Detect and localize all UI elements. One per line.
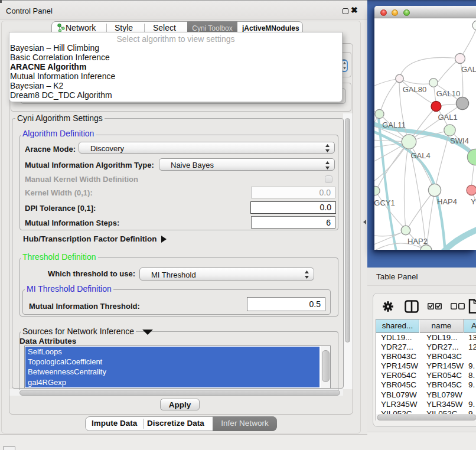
- svg-text:HAP4: HAP4: [437, 197, 457, 206]
- svg-text:GAL11: GAL11: [382, 120, 406, 129]
- svg-text:YD: YD: [471, 197, 476, 206]
- svg-text:GAL80: GAL80: [403, 85, 426, 94]
- svg-text:SWI4: SWI4: [450, 136, 469, 145]
- svg-text:GAL2: GAL2: [461, 65, 476, 74]
- svg-text:GAL10: GAL10: [436, 89, 460, 98]
- svg-text:GAL4: GAL4: [410, 151, 430, 160]
- svg-text:GAL1: GAL1: [438, 113, 457, 122]
- svg-text:HAP2: HAP2: [407, 237, 428, 246]
- svg-text:GCY1: GCY1: [374, 198, 395, 207]
